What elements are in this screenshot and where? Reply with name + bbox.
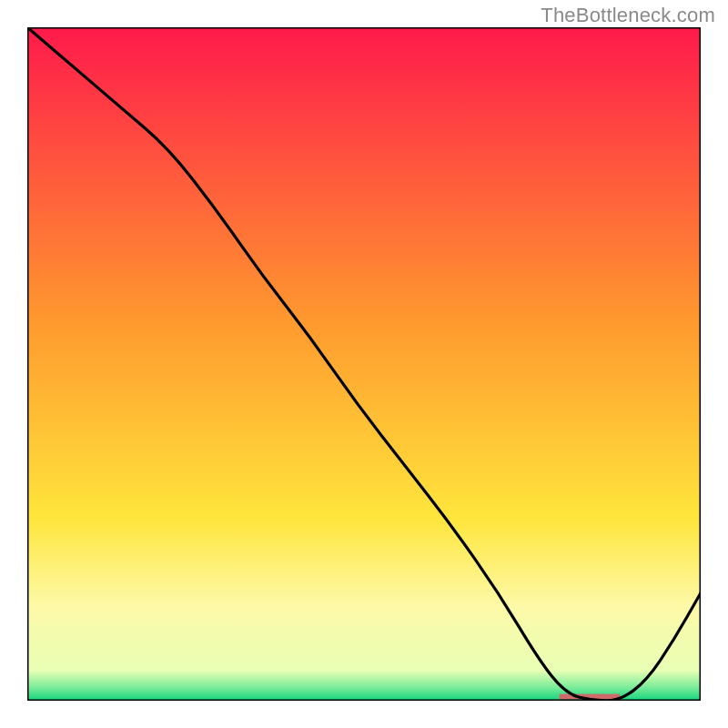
- chart-plot-area: [27, 27, 701, 701]
- chart-background-gradient: [27, 27, 701, 701]
- watermark-text: TheBottleneck.com: [541, 4, 715, 27]
- chart-root: TheBottleneck.com: [0, 0, 728, 728]
- chart-svg: [27, 27, 701, 701]
